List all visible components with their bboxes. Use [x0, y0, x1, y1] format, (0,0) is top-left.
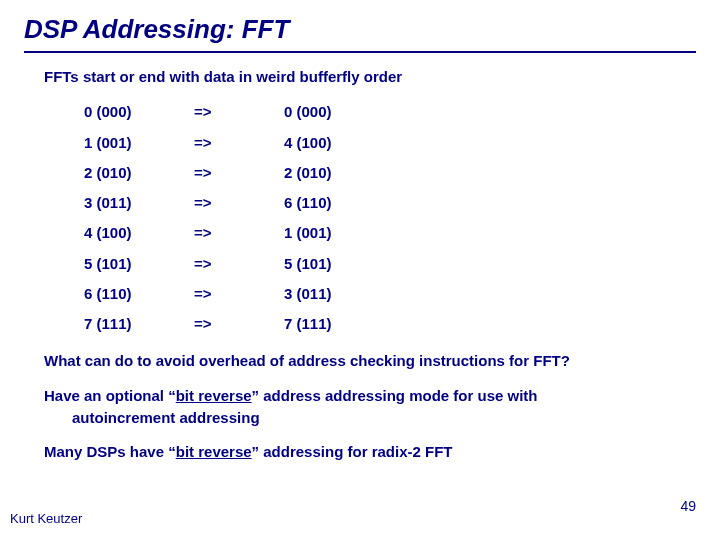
cell-input: 3 (011): [84, 188, 194, 218]
table-row: 5 (101)=>5 (101): [84, 249, 332, 279]
table-row: 7 (111)=>7 (111): [84, 309, 332, 339]
answer-pre: Have an optional “: [44, 387, 176, 404]
cell-input: 4 (100): [84, 218, 194, 248]
cell-arrow: =>: [194, 128, 284, 158]
cell-arrow: =>: [194, 218, 284, 248]
table-row: 1 (001)=>4 (100): [84, 128, 332, 158]
cell-output: 1 (001): [284, 218, 332, 248]
cell-output: 7 (111): [284, 309, 332, 339]
intro-text: FFTs start or end with data in weird buf…: [44, 67, 676, 87]
cell-arrow: =>: [194, 279, 284, 309]
cell-arrow: =>: [194, 158, 284, 188]
cell-arrow: =>: [194, 97, 284, 127]
table-row: 2 (010)=>2 (010): [84, 158, 332, 188]
many-dsps-text: Many DSPs have “bit reverse” addressing …: [44, 442, 676, 462]
footer-page-number: 49: [680, 498, 696, 514]
answer-text: Have an optional “bit reverse” address a…: [44, 386, 676, 429]
cell-input: 6 (110): [84, 279, 194, 309]
cell-output: 0 (000): [284, 97, 332, 127]
cell-output: 3 (011): [284, 279, 332, 309]
title-divider: [24, 51, 696, 53]
slide-body: FFTs start or end with data in weird buf…: [0, 67, 720, 462]
many-pre: Many DSPs have “: [44, 443, 176, 460]
cell-input: 7 (111): [84, 309, 194, 339]
cell-output: 2 (010): [284, 158, 332, 188]
table-row: 3 (011)=>6 (110): [84, 188, 332, 218]
many-underline: bit reverse: [176, 443, 252, 460]
slide-title: DSP Addressing: FFT: [0, 0, 720, 51]
bit-reverse-table: 0 (000)=>0 (000)1 (001)=>4 (100)2 (010)=…: [84, 97, 332, 339]
table-row: 0 (000)=>0 (000): [84, 97, 332, 127]
answer-underline: bit reverse: [176, 387, 252, 404]
question-text: What can do to avoid overhead of address…: [44, 351, 676, 371]
footer-author: Kurt Keutzer: [10, 511, 82, 526]
cell-arrow: =>: [194, 309, 284, 339]
cell-input: 5 (101): [84, 249, 194, 279]
cell-input: 2 (010): [84, 158, 194, 188]
cell-output: 4 (100): [284, 128, 332, 158]
table-row: 4 (100)=>1 (001): [84, 218, 332, 248]
cell-output: 6 (110): [284, 188, 332, 218]
cell-input: 0 (000): [84, 97, 194, 127]
answer-line2: autoincrement addressing: [44, 408, 676, 428]
cell-arrow: =>: [194, 249, 284, 279]
cell-output: 5 (101): [284, 249, 332, 279]
cell-arrow: =>: [194, 188, 284, 218]
answer-post: ” address addressing mode for use with: [252, 387, 538, 404]
many-post: ” addressing for radix-2 FFT: [252, 443, 453, 460]
table-row: 6 (110)=>3 (011): [84, 279, 332, 309]
cell-input: 1 (001): [84, 128, 194, 158]
